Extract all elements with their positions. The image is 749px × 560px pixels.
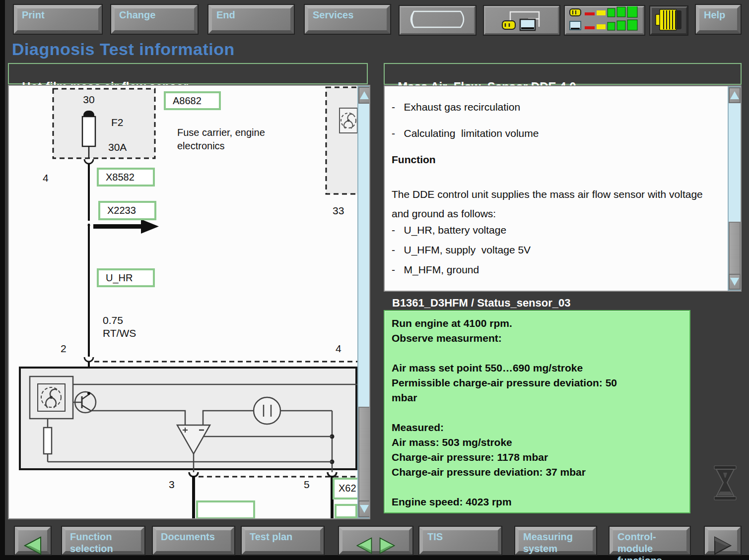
control-module-functions-button[interactable]: Control-module functions — [610, 527, 690, 555]
left-edge-strip — [0, 0, 5, 560]
terminal-30-label: 30 — [77, 94, 100, 106]
pin-4-right-label: 4 — [336, 343, 341, 355]
info-panel: - Exhaust gas recirculation - Calculatin… — [384, 85, 742, 292]
component-box-a8682: A8682 — [164, 91, 221, 110]
measurement-panel: Run engine at 4100 rpm. Observe measurme… — [384, 310, 690, 513]
page-nav-button[interactable] — [339, 527, 412, 555]
info-scroll-down-button[interactable] — [729, 274, 741, 290]
component-box-empty-1 — [196, 500, 255, 519]
info-supply-mhfm: - M_HFM, ground — [392, 264, 479, 276]
nav-right-arrow-icon — [378, 525, 396, 557]
diagram-scroll-up-button[interactable] — [358, 87, 370, 104]
print-button-label: Print — [22, 9, 45, 20]
wire-spec-label: 0.75 RT/WS — [103, 314, 136, 340]
component-box-u-hr: U_HR — [97, 268, 155, 287]
info-bullet-egr: - Exhaust gas recirculation — [392, 101, 520, 113]
function-selection-button[interactable]: Function selection — [62, 527, 144, 555]
scroll-down-icon — [730, 278, 739, 286]
scroll-up-icon — [730, 91, 739, 99]
change-button[interactable]: Change — [111, 5, 198, 34]
end-button-label: End — [216, 9, 235, 20]
diagnosis-screen: { "colors": { "accent_blue": "#4d84c8", … — [0, 0, 749, 560]
end-button[interactable]: End — [208, 5, 294, 34]
connector-icon — [654, 8, 684, 33]
tis-label: TIS — [427, 531, 443, 542]
connection-diagram-button[interactable] — [484, 6, 559, 35]
fuse-name-label: F2 — [111, 117, 124, 128]
component-box-empty-2 — [335, 504, 357, 518]
hourglass-icon — [708, 463, 742, 503]
forward-button[interactable] — [705, 527, 741, 555]
services-button-label: Services — [313, 9, 353, 20]
diagram-scrollbar[interactable] — [357, 86, 370, 518]
hose-button[interactable] — [400, 6, 476, 35]
back-button[interactable] — [15, 527, 51, 555]
test-plan-label: Test plan — [250, 531, 292, 542]
help-button[interactable]: Help — [696, 5, 741, 34]
fuse-rating-label: 30A — [108, 141, 127, 153]
pin-4-left-label: 4 — [43, 172, 49, 184]
wiring-diagram-panel: 30 F2 30A A8682 Fuse carrier, engine ele… — [8, 85, 370, 519]
diagram-scrollbar-thumb[interactable] — [358, 407, 370, 502]
pin-2-label: 2 — [61, 343, 67, 355]
info-scrollbar-thumb[interactable] — [729, 222, 741, 275]
nav-left-arrow-icon — [355, 525, 373, 557]
connection-diagram-icon — [489, 7, 554, 34]
test-plan-button[interactable]: Test plan — [242, 527, 324, 555]
back-arrow-icon — [23, 524, 43, 558]
status-header: B1361_D3HFM / Status_sensor_03 — [392, 297, 571, 310]
diagram-scroll-down-button[interactable] — [358, 500, 370, 517]
scroll-down-icon — [360, 505, 369, 513]
services-button[interactable]: Services — [305, 5, 390, 34]
right-panel-header: Mass Air Flow Sensor DDE 4.0 — [384, 63, 742, 85]
control-module-functions-label: Control-module functions — [617, 531, 662, 560]
hose-icon — [405, 9, 471, 32]
signal-quality-icon — [569, 6, 640, 34]
pin-3-label: 3 — [169, 479, 175, 491]
measuring-system-button[interactable]: Measuring system — [515, 527, 596, 555]
tis-button[interactable]: TIS — [419, 527, 501, 555]
page-title: Diagnosis Test information — [12, 40, 235, 59]
component-box-x8582: X8582 — [97, 168, 155, 187]
fuse-carrier-note: Fuse carrier, engine electronics — [177, 126, 265, 153]
forward-arrow-icon — [713, 524, 733, 558]
measuring-system-label: Measuring system — [523, 531, 573, 554]
connector-button[interactable] — [650, 6, 687, 35]
pin-5-label: 5 — [304, 479, 310, 491]
info-bullet-limitation: - Calculating limitation volume — [392, 127, 539, 139]
signal-quality-button[interactable] — [565, 6, 644, 35]
print-button[interactable]: Print — [14, 5, 102, 34]
info-function-heading: Function — [392, 154, 436, 166]
info-scroll-up-button[interactable] — [729, 87, 741, 103]
info-supply-uhfm: - U_HFM, supply voltage 5V — [392, 244, 531, 256]
info-supply-uhr: - U_HR, battery voltage — [392, 224, 506, 236]
documents-label: Documents — [161, 531, 215, 542]
scroll-up-icon — [360, 91, 369, 99]
help-button-label: Help — [704, 9, 725, 20]
change-button-label: Change — [119, 9, 155, 20]
documents-button[interactable]: Documents — [153, 527, 234, 555]
info-scrollbar[interactable] — [728, 86, 742, 291]
left-panel-header: Hot-film mass air flow sensor — [8, 63, 368, 84]
pin-33-label: 33 — [333, 205, 344, 217]
component-box-x2233: X2233 — [98, 201, 156, 220]
info-function-text: The DDE control unit supplies the mass a… — [392, 185, 703, 223]
function-selection-label: Function selection — [70, 531, 113, 554]
